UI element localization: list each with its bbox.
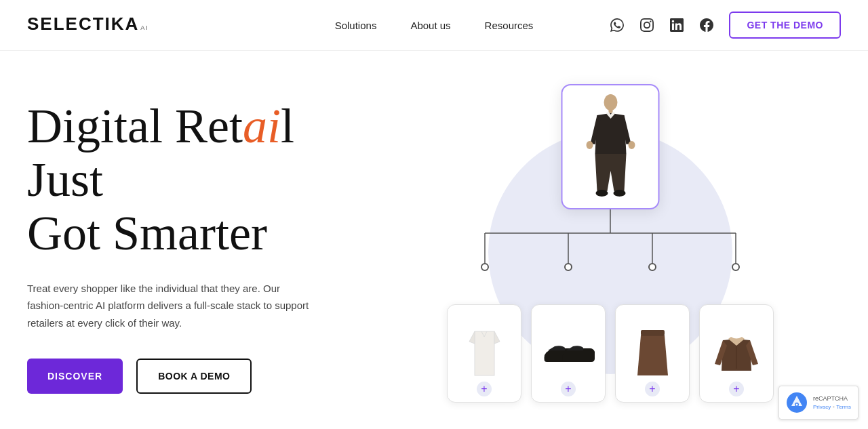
product-image-jacket bbox=[709, 323, 764, 384]
hero-title-line2: Got Smarter bbox=[27, 206, 267, 260]
svg-point-14 bbox=[649, 264, 656, 270]
recaptcha-text: reCAPTCHA Privacy - Terms bbox=[813, 395, 851, 410]
main-content: Digital Retail Just Got Smarter Treat ev… bbox=[0, 51, 868, 429]
nav-resources[interactable]: Resources bbox=[485, 20, 534, 31]
nav-about[interactable]: About us bbox=[410, 20, 450, 31]
tree-lines-svg bbox=[448, 206, 773, 294]
product-image-skirt bbox=[625, 323, 679, 384]
main-outfit-card bbox=[561, 84, 660, 209]
whatsapp-icon[interactable] bbox=[610, 18, 625, 33]
plus-badge-shoes[interactable]: + bbox=[561, 382, 576, 396]
svg-point-2 bbox=[595, 190, 608, 197]
hero-title: Digital Retail Just Got Smarter bbox=[27, 100, 380, 261]
logo-ai: AI bbox=[140, 24, 149, 31]
navbar: SELECTIKAAI Solutions About us Resources… bbox=[0, 0, 868, 51]
svg-point-5 bbox=[628, 141, 635, 149]
instagram-icon[interactable] bbox=[639, 18, 654, 33]
svg-point-3 bbox=[613, 190, 625, 197]
product-card-skirt: + bbox=[615, 304, 690, 403]
product-image-shoes bbox=[541, 323, 595, 384]
svg-rect-16 bbox=[475, 331, 494, 375]
recaptcha-privacy: Privacy - Terms bbox=[813, 403, 851, 410]
get-demo-button[interactable]: GET THE DEMO bbox=[729, 12, 841, 39]
discover-button[interactable]: DISCOVER bbox=[27, 359, 123, 394]
nav-right: GET THE DEMO bbox=[610, 12, 841, 39]
logo-text: SELECTIKA bbox=[27, 14, 139, 35]
book-demo-button[interactable]: BOOK A DEMO bbox=[136, 359, 252, 394]
nav-links: Solutions About us Resources bbox=[335, 20, 534, 31]
product-card-shirt: + bbox=[447, 304, 521, 403]
plus-badge-jacket[interactable]: + bbox=[729, 382, 744, 396]
mannequin-svg bbox=[580, 93, 641, 201]
svg-point-13 bbox=[565, 264, 572, 270]
svg-point-12 bbox=[481, 264, 488, 270]
product-tree-visual: + + bbox=[414, 77, 807, 403]
recaptcha-logo bbox=[786, 392, 808, 413]
nav-solutions[interactable]: Solutions bbox=[335, 20, 377, 31]
product-cards-row: + + bbox=[447, 304, 774, 403]
svg-point-15 bbox=[732, 264, 739, 270]
logo[interactable]: SELECTIKAAI bbox=[27, 14, 149, 37]
product-card-jacket: + bbox=[699, 304, 774, 403]
cta-buttons: DISCOVER BOOK A DEMO bbox=[27, 359, 380, 394]
svg-point-22 bbox=[795, 404, 797, 406]
hero-left: Digital Retail Just Got Smarter Treat ev… bbox=[27, 86, 380, 394]
svg-rect-17 bbox=[641, 330, 665, 335]
plus-badge-skirt[interactable]: + bbox=[645, 382, 660, 396]
svg-point-0 bbox=[604, 94, 617, 110]
product-image-shirt bbox=[457, 323, 511, 384]
svg-point-4 bbox=[586, 141, 593, 149]
hero-title-ai: ai bbox=[243, 99, 281, 153]
hero-visual: + + bbox=[380, 51, 841, 429]
product-card-shoes: + bbox=[531, 304, 606, 403]
plus-badge-shirt[interactable]: + bbox=[477, 382, 492, 396]
recaptcha-badge: reCAPTCHA Privacy - Terms bbox=[778, 386, 859, 420]
recaptcha-label: reCAPTCHA bbox=[813, 395, 851, 402]
hero-title-part1: Digital Ret bbox=[27, 99, 243, 153]
linkedin-icon[interactable] bbox=[669, 18, 684, 33]
hero-subtitle: Treat every shopper like the individual … bbox=[27, 280, 312, 332]
facebook-icon[interactable] bbox=[699, 18, 714, 33]
